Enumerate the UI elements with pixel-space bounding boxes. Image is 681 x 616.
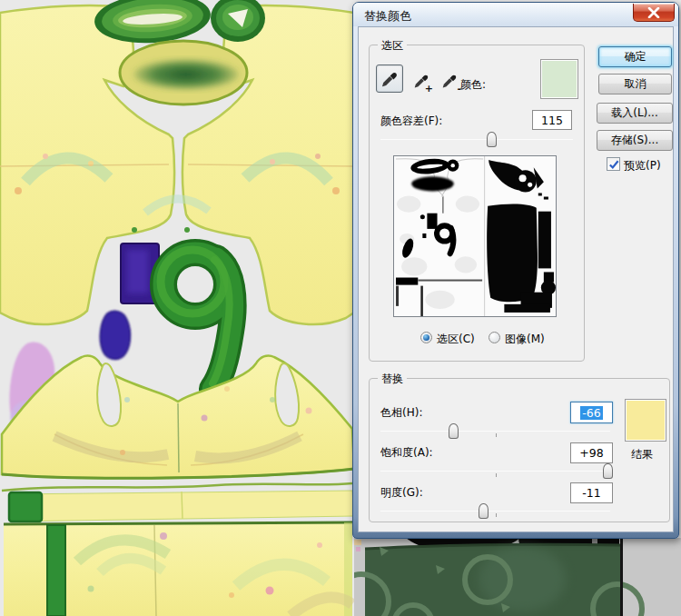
lightness-label: 明度(G): (380, 485, 423, 501)
dialog-titlebar[interactable]: 替换颜色 (353, 3, 678, 26)
slider-center-tick (496, 513, 497, 517)
document-underlying-dark-texture[interactable] (354, 538, 681, 616)
fuzziness-slider-thumb[interactable] (487, 132, 497, 147)
load-button-label: 载入(L)... (611, 105, 658, 121)
dialog-title: 替换颜色 (364, 8, 411, 25)
texture-sliver (356, 547, 360, 551)
texture-sliver (354, 540, 361, 545)
slider-track (380, 471, 610, 472)
document-edge-line (620, 538, 623, 616)
save-button-label: 存储(S)... (611, 133, 658, 148)
check-icon (608, 159, 619, 170)
ok-button-label: 确定 (625, 49, 646, 65)
save-button[interactable]: 存储(S)... (597, 130, 673, 151)
fuzziness-label: 颜色容差(F): (380, 114, 442, 129)
eyedropper-minus-icon (440, 72, 459, 90)
dark-green-skirt-texture (354, 544, 642, 616)
selection-group-legend: 选区 (378, 38, 407, 54)
neckline-oval (120, 41, 247, 104)
selection-group: 选区 + (369, 45, 585, 362)
slider-center-tick (496, 433, 497, 437)
skirt-top-trim (4, 522, 352, 524)
slit-trim-dot (132, 227, 137, 233)
lightness-slider[interactable] (380, 502, 610, 521)
slider-track (380, 139, 573, 140)
lightness-input[interactable]: -11 (570, 482, 613, 503)
saturation-slider-thumb[interactable] (603, 463, 613, 479)
slider-center-tick (496, 473, 497, 477)
dialog-body: 选区 + (358, 26, 674, 532)
radio-image-mode[interactable] (489, 332, 500, 343)
green-square-piece (9, 492, 42, 522)
replace-group-legend: 替换 (378, 372, 407, 387)
cancel-button-label: 取消 (625, 76, 646, 92)
eyedropper-button[interactable] (376, 65, 403, 93)
document-canvas[interactable] (0, 0, 354, 616)
load-button[interactable]: 载入(L)... (597, 103, 673, 124)
close-icon (647, 7, 660, 18)
saturation-label: 饱和度(A): (380, 445, 433, 461)
replace-group: 替换 色相(H): -66 饱和度(A): +98 明度(G): (369, 378, 670, 522)
radio-image-label: 图像(M) (505, 332, 545, 347)
hue-input-selected-text: -66 (580, 406, 602, 420)
saturation-slider[interactable] (380, 462, 610, 481)
result-color-swatch (625, 399, 666, 442)
replace-color-dialog: 替换颜色 选区 (352, 2, 679, 539)
slit-trim-dot (184, 227, 190, 233)
hue-slider[interactable] (380, 422, 610, 441)
purple-blob (100, 311, 130, 359)
slider-track (380, 511, 610, 512)
eyedropper-plus-button[interactable]: + (408, 66, 435, 94)
ok-button[interactable]: 确定 (598, 46, 672, 67)
waistband-seam (182, 492, 183, 519)
preview-checkbox[interactable] (607, 157, 620, 171)
saturation-input[interactable]: +98 (570, 442, 613, 463)
color-label: 颜色: (460, 77, 486, 93)
fuzziness-slider[interactable] (380, 131, 573, 149)
fuzziness-input[interactable]: 115 (532, 110, 572, 130)
photoshop-workspace: 替换颜色 选区 (0, 0, 681, 616)
close-button[interactable] (633, 4, 675, 22)
mask-divider (484, 156, 485, 316)
plus-glyph: + (425, 83, 433, 94)
eyedropper-icon (380, 69, 400, 89)
hue-label: 色相(H): (380, 405, 422, 421)
lower-bodice-center-seam (178, 403, 179, 472)
mask-preview-image (394, 156, 556, 316)
result-label: 结果 (631, 447, 653, 462)
eyedropper-minus-button[interactable]: - (436, 66, 463, 94)
radio-selection-label: 选区(C) (437, 332, 475, 347)
selected-color-swatch[interactable] (540, 59, 578, 99)
green-vertical-strip (47, 525, 65, 616)
hue-input[interactable]: -66 (570, 402, 613, 423)
preview-checkbox-label: 预览(P) (624, 158, 661, 174)
hue-slider-thumb[interactable] (449, 423, 459, 439)
slider-track (380, 431, 610, 432)
lightness-slider-thumb[interactable] (479, 503, 489, 519)
radio-selection-mode[interactable] (420, 332, 432, 343)
cancel-button[interactable]: 取消 (598, 74, 672, 94)
mask-preview (393, 155, 557, 317)
